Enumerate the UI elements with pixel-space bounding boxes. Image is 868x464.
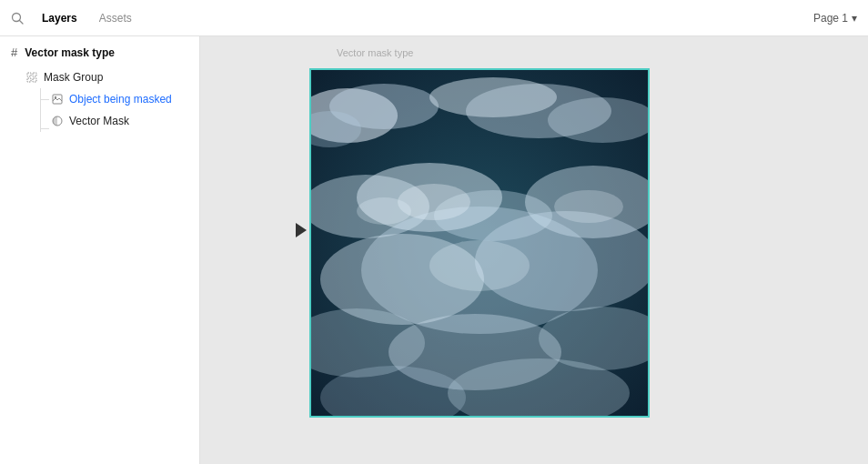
svg-point-31 — [554, 190, 623, 223]
top-bar: Layers Assets Page 1 ▾ — [0, 0, 868, 36]
artboard-wrapper — [309, 68, 650, 418]
layer-mask-group-label: Mask Group — [44, 71, 103, 84]
frame-title-row[interactable]: # Vector mask type — [0, 36, 199, 66]
frame-title: Vector mask type — [25, 46, 115, 59]
layers-list: Mask Group — [0, 66, 199, 132]
image-icon — [51, 93, 64, 106]
top-bar-left: Layers Assets — [11, 8, 136, 28]
chevron-down-icon: ▾ — [852, 12, 857, 25]
frame-label: Vector mask type — [337, 47, 413, 58]
grid-icon — [25, 71, 38, 84]
page-label: Page 1 — [813, 12, 848, 25]
layers-tab-label: Layers — [42, 12, 77, 25]
svg-rect-4 — [27, 78, 31, 82]
page-indicator[interactable]: Page 1 ▾ — [813, 12, 857, 25]
search-icon[interactable] — [11, 12, 24, 25]
tree-line-vertical — [40, 88, 41, 132]
svg-rect-3 — [33, 73, 36, 76]
svg-rect-2 — [27, 73, 31, 76]
tree-container: Object being masked — [0, 88, 199, 132]
tab-layers[interactable]: Layers — [38, 8, 81, 28]
canvas-cloud-svg — [311, 70, 648, 416]
svg-point-30 — [357, 197, 411, 225]
layer-item-object-being-masked[interactable]: Object being masked — [33, 88, 199, 110]
layer-item-mask-group[interactable]: Mask Group — [0, 66, 199, 88]
layer-object-label: Object being masked — [69, 93, 172, 106]
svg-rect-5 — [33, 78, 36, 82]
svg-point-9 — [53, 116, 62, 126]
tree-line-h2 — [40, 128, 49, 129]
canvas-area[interactable]: Vector mask type — [200, 36, 868, 464]
tree-line-h1 — [40, 99, 49, 100]
svg-line-1 — [20, 20, 24, 24]
mask-icon — [51, 115, 64, 127]
artboard-image — [311, 70, 648, 416]
assets-tab-label: Assets — [99, 12, 132, 25]
sidebar: # Vector mask type Mask Group — [0, 36, 200, 464]
hash-icon: # — [11, 45, 17, 59]
tab-assets[interactable]: Assets — [96, 8, 136, 28]
artboard-border — [309, 68, 650, 418]
layer-vector-mask-label: Vector Mask — [69, 115, 129, 127]
main-layout: # Vector mask type Mask Group — [0, 36, 868, 464]
svg-point-32 — [429, 240, 530, 291]
cursor-arrow — [296, 223, 307, 237]
layer-item-vector-mask[interactable]: Vector Mask — [33, 110, 199, 132]
